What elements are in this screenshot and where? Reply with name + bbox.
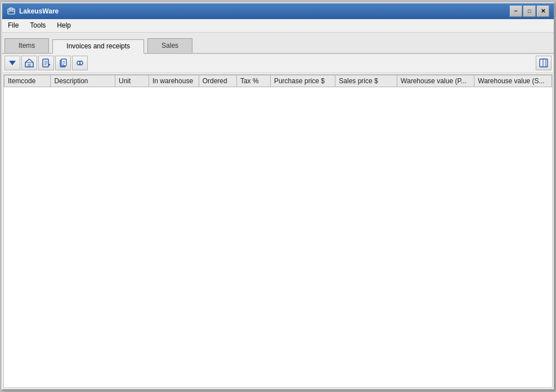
main-window: LakeusWare − □ ✕ File Tools Help Items I… xyxy=(1,2,555,390)
infinity-icon xyxy=(75,58,85,68)
menu-tools[interactable]: Tools xyxy=(24,19,51,32)
app-icon xyxy=(7,7,16,16)
tabs-area: Items Invoices and receipts Sales xyxy=(2,33,554,54)
maximize-button[interactable]: □ xyxy=(523,6,536,17)
dropdown-arrow-icon xyxy=(7,58,17,68)
columns-icon xyxy=(539,58,549,68)
infinity-button[interactable] xyxy=(72,56,88,70)
warehouse-button[interactable] xyxy=(21,56,37,70)
window-controls: − □ ✕ xyxy=(510,6,549,17)
col-description[interactable]: Description xyxy=(51,75,115,87)
new-item-button[interactable] xyxy=(38,56,54,70)
dropdown-arrow-button[interactable] xyxy=(5,56,20,70)
menu-file[interactable]: File xyxy=(2,19,24,32)
content-area: Itemcode Description Unit In warehouse O… xyxy=(2,73,554,389)
columns-button[interactable] xyxy=(536,56,551,70)
title-bar: LakeusWare − □ ✕ xyxy=(2,3,554,19)
toolbar xyxy=(2,54,554,73)
table-header-row: Itemcode Description Unit In warehouse O… xyxy=(5,75,552,87)
new-item-icon xyxy=(41,58,51,68)
copy-button[interactable] xyxy=(55,56,71,70)
copy-icon xyxy=(58,58,68,68)
toolbar-right xyxy=(536,56,551,70)
col-warehouse-value-s[interactable]: Warehouse value (S... xyxy=(474,75,552,87)
col-ordered[interactable]: Ordered xyxy=(199,75,236,87)
menu-help[interactable]: Help xyxy=(51,19,77,32)
close-button[interactable]: ✕ xyxy=(537,6,549,17)
menu-bar: File Tools Help xyxy=(2,19,554,33)
col-itemcode[interactable]: Itemcode xyxy=(5,75,51,87)
data-table-container[interactable]: Itemcode Description Unit In warehouse O… xyxy=(3,74,553,388)
svg-marker-3 xyxy=(9,61,16,65)
svg-rect-5 xyxy=(28,64,31,67)
minimize-button[interactable]: − xyxy=(510,6,522,17)
col-in-warehouse[interactable]: In warehouse xyxy=(149,75,199,87)
tab-items[interactable]: Items xyxy=(5,38,49,53)
tab-sales[interactable]: Sales xyxy=(147,38,192,53)
warehouse-icon xyxy=(24,58,34,68)
col-purchase-price[interactable]: Purchase price $ xyxy=(270,75,335,87)
col-warehouse-value-p[interactable]: Warehouse value (P... xyxy=(397,75,474,87)
tab-invoices[interactable]: Invoices and receipts xyxy=(52,39,144,54)
svg-rect-18 xyxy=(540,59,548,67)
col-unit[interactable]: Unit xyxy=(115,75,149,87)
col-tax[interactable]: Tax % xyxy=(236,75,270,87)
col-sales-price[interactable]: Sales price $ xyxy=(335,75,397,87)
data-table: Itemcode Description Unit In warehouse O… xyxy=(4,75,552,87)
window-title: LakeusWare xyxy=(19,7,510,15)
